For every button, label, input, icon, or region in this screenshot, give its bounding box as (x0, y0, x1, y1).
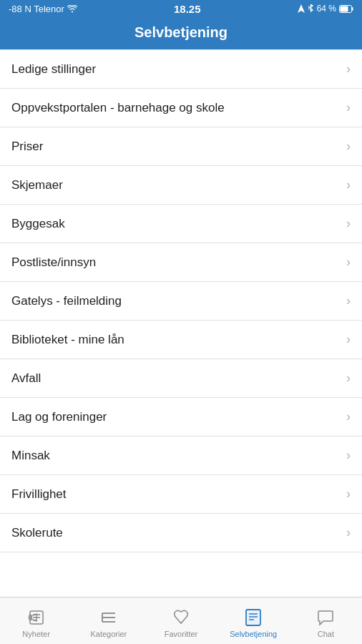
list-item[interactable]: Frivillighet› (0, 475, 362, 514)
list-item-label: Frivillighet (11, 487, 67, 502)
list-item[interactable]: Skjemaer› (0, 166, 362, 205)
list-item[interactable]: Oppvekstportalen - barnehage og skole› (0, 89, 362, 127)
list-item-label: Skjemaer (11, 178, 63, 192)
tab-kategorier[interactable]: Kategorier (72, 603, 145, 638)
list-item[interactable]: Ledige stillinger› (0, 49, 362, 89)
nyheter-icon (26, 608, 47, 628)
list-item-label: Oppvekstportalen - barnehage og skole (11, 101, 225, 115)
chevron-right-icon: › (346, 525, 351, 540)
list-item-label: Priser (11, 140, 43, 154)
chat-icon (315, 608, 336, 628)
list-item[interactable]: Byggesak› (0, 205, 362, 243)
page-header: Selvbetjening (0, 17, 362, 49)
list-item-label: Skolerute (11, 526, 63, 540)
chevron-right-icon: › (346, 409, 351, 424)
tab-selvbetjening-label: Selvbetjening (230, 630, 277, 638)
status-bar: -88 N Telenor 18.25 64 % (0, 0, 362, 17)
chevron-right-icon: › (346, 332, 351, 347)
tab-favoritter-label: Favoritter (165, 630, 197, 638)
list-item-label: Biblioteket - mine lån (11, 333, 124, 347)
tab-kategorier-label: Kategorier (90, 630, 127, 638)
list-item[interactable]: Lag og foreninger› (0, 398, 362, 436)
bluetooth-icon (308, 4, 314, 14)
svg-rect-1 (341, 6, 348, 11)
status-right: 64 % (298, 4, 353, 14)
list-item-label: Avfall (11, 371, 41, 386)
chevron-right-icon: › (346, 255, 351, 270)
tab-favoritter[interactable]: Favoritter (145, 603, 217, 638)
wifi-icon (67, 5, 77, 13)
list-item-label: Byggesak (11, 217, 65, 231)
tab-chat-label: Chat (318, 630, 334, 638)
favoritter-icon (171, 608, 191, 628)
chevron-right-icon: › (346, 293, 351, 308)
chevron-right-icon: › (346, 371, 351, 386)
list-item[interactable]: Skolerute› (0, 514, 362, 552)
list-item[interactable]: Priser› (0, 127, 362, 166)
svg-rect-14 (246, 610, 260, 625)
list-item-label: Minsak (11, 449, 50, 463)
list-item[interactable]: Biblioteket - mine lån› (0, 321, 362, 359)
page-title: Selvbetjening (134, 24, 228, 40)
menu-list: Ledige stillinger›Oppvekstportalen - bar… (0, 49, 362, 552)
chevron-right-icon: › (346, 100, 351, 115)
list-item[interactable]: Postliste/innsyn› (0, 243, 362, 282)
status-carrier: -88 N Telenor (9, 4, 77, 14)
list-item-label: Ledige stillinger (11, 62, 96, 77)
status-time: 18.25 (174, 3, 201, 15)
tab-bar: Nyheter Kategorier Favoritter (0, 597, 362, 644)
svg-rect-2 (352, 7, 353, 11)
battery-icon (339, 5, 353, 13)
list-item[interactable]: Avfall› (0, 359, 362, 398)
list-item-label: Lag og foreninger (11, 410, 107, 424)
main-content: Ledige stillinger›Oppvekstportalen - bar… (0, 49, 362, 600)
tab-nyheter-label: Nyheter (22, 630, 50, 638)
selvbetjening-icon (243, 608, 263, 628)
chevron-right-icon: › (346, 487, 351, 502)
chevron-right-icon: › (346, 216, 351, 231)
tab-chat[interactable]: Chat (290, 603, 362, 638)
list-item[interactable]: Minsak› (0, 436, 362, 475)
kategorier-icon (99, 608, 119, 628)
chevron-right-icon: › (346, 62, 351, 77)
chevron-right-icon: › (346, 139, 351, 154)
tab-nyheter[interactable]: Nyheter (0, 603, 72, 638)
chevron-right-icon: › (346, 177, 351, 192)
tab-selvbetjening[interactable]: Selvbetjening (217, 603, 290, 638)
list-item-label: Postliste/innsyn (11, 255, 96, 270)
list-item-label: Gatelys - feilmelding (11, 294, 122, 308)
location-icon (298, 4, 305, 13)
list-item[interactable]: Gatelys - feilmelding› (0, 282, 362, 321)
chevron-right-icon: › (346, 448, 351, 463)
